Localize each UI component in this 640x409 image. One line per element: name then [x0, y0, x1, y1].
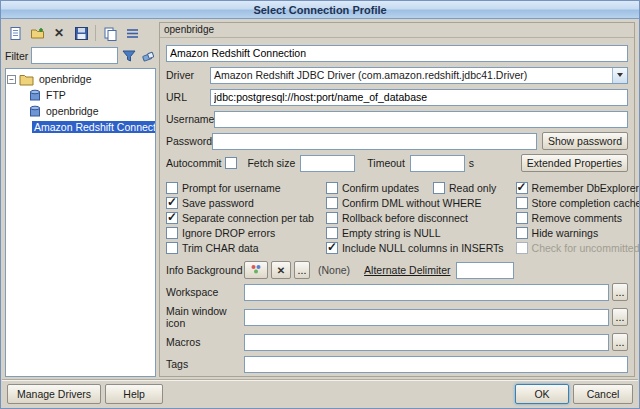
checkbox-box: [516, 227, 528, 239]
ok-button[interactable]: OK: [515, 384, 569, 404]
clear-filter-button[interactable]: [140, 48, 156, 64]
show-password-button[interactable]: Show password: [542, 132, 628, 150]
copy-profile-button[interactable]: [100, 23, 120, 43]
checkbox-include-null-columns-in-inserts[interactable]: Include NULL columns in INSERTs: [326, 240, 504, 255]
browse-icon-button[interactable]: ...: [612, 308, 628, 326]
workspace-input[interactable]: [244, 284, 609, 301]
tree-group-label: openbridge: [37, 73, 94, 85]
filter-menu-button[interactable]: [121, 48, 137, 64]
timeout-input[interactable]: [410, 155, 465, 172]
checkbox-prompt-for-username[interactable]: Prompt for username: [166, 180, 314, 195]
alternate-delimiter-input[interactable]: [456, 262, 514, 279]
checkbox-label: Confirm DML without WHERE: [342, 197, 482, 209]
checkbox-store-completion-cache-locally[interactable]: Store completion cache locally: [516, 195, 640, 210]
fetch-size-input[interactable]: [300, 155, 355, 172]
window-title: Select Connection Profile: [253, 4, 386, 16]
url-label: URL: [166, 91, 210, 103]
password-label: Password: [166, 135, 212, 147]
checkbox-empty-string-is-null[interactable]: Empty string is NULL: [326, 225, 504, 240]
new-profile-button[interactable]: [5, 23, 25, 43]
checkbox-label: Separate connection per tab: [182, 212, 314, 224]
checkbox-rollback-before-disconnect[interactable]: Rollback before disconnect: [326, 210, 504, 225]
info-background-row: Info Background ✕ ... (None) Alternate D…: [166, 261, 628, 279]
help-button[interactable]: Help: [105, 384, 163, 404]
clear-filter-icon: [141, 49, 155, 63]
tree-item-amazon-redshift-connection[interactable]: Amazon Redshift Connection: [7, 119, 154, 135]
checkbox-remove-comments[interactable]: Remove comments: [516, 210, 640, 225]
chevron-down-icon: [617, 73, 623, 77]
profile-tree[interactable]: − openbridge FTP openbridge: [5, 68, 156, 377]
checkbox-confirm-updates[interactable]: Confirm updates: [326, 180, 419, 195]
clear-color-button[interactable]: ✕: [271, 261, 291, 279]
collapse-icon[interactable]: −: [7, 75, 16, 84]
checkbox-label: Remember DbExplorer Schema: [532, 182, 640, 194]
checkbox-box: [516, 212, 528, 224]
checkbox-read-only[interactable]: Read only: [433, 180, 496, 195]
checkbox-label: Read only: [449, 182, 496, 194]
save-profiles-button[interactable]: [71, 23, 91, 43]
filter-label: Filter: [5, 50, 28, 62]
manage-drivers-button[interactable]: Manage Drivers: [7, 384, 101, 404]
checkbox-trim-char-data[interactable]: Trim CHAR data: [166, 240, 314, 255]
new-folder-icon: [30, 26, 45, 41]
tags-label: Tags: [166, 358, 244, 370]
checkbox-box: [326, 182, 338, 194]
checkbox-label: Check for uncommitted changes: [532, 242, 640, 254]
profile-list-panel: ✕: [5, 22, 156, 377]
main-window-icon-input[interactable]: [244, 309, 609, 326]
checkbox-check-for-uncommitted-changes: Check for uncommitted changes: [516, 240, 640, 255]
info-background-swatch-button[interactable]: [244, 261, 268, 279]
checkbox-box: [516, 197, 528, 209]
checkbox-box: [433, 182, 445, 194]
checkbox-label: Remove comments: [532, 212, 622, 224]
password-input[interactable]: [212, 133, 537, 150]
tree-item-openbridge[interactable]: openbridge: [7, 103, 154, 119]
tree-item-ftp[interactable]: FTP: [7, 87, 154, 103]
checkbox-box: [326, 242, 338, 254]
url-input[interactable]: [210, 89, 628, 106]
checkbox-label: Hide warnings: [532, 227, 599, 239]
save-icon: [74, 26, 89, 41]
autocommit-checkbox[interactable]: [225, 157, 237, 169]
tree-item-label: openbridge: [44, 105, 101, 117]
checkbox-save-password[interactable]: Save password: [166, 195, 314, 210]
filter-icon: [122, 49, 136, 63]
select-connection-profile-dialog: Select Connection Profile ✕: [0, 0, 640, 409]
checkbox-separate-connection-per-tab[interactable]: Separate connection per tab: [166, 210, 314, 225]
choose-color-button[interactable]: ...: [294, 261, 310, 279]
macros-label: Macros: [166, 336, 244, 348]
checkbox-remember-dbexplorer-schema[interactable]: Remember DbExplorer Schema: [516, 180, 640, 195]
filter-input[interactable]: [31, 47, 118, 64]
driver-dropdown-button[interactable]: [612, 68, 627, 83]
checkbox-label: Prompt for username: [182, 182, 281, 194]
alternate-delimiter-label[interactable]: Alternate Delimiter: [364, 264, 450, 276]
expand-groups-button[interactable]: [122, 23, 142, 43]
cancel-button[interactable]: Cancel: [573, 384, 633, 404]
username-input[interactable]: [214, 111, 628, 128]
main-window-icon-label: Main window icon: [166, 305, 244, 329]
info-background-value: (None): [318, 264, 350, 276]
checkbox-hide-warnings[interactable]: Hide warnings: [516, 225, 640, 240]
driver-select[interactable]: Amazon Redshift JDBC Driver (com.amazon.…: [210, 67, 628, 84]
macros-input[interactable]: [244, 334, 609, 351]
tags-input[interactable]: [244, 356, 628, 373]
profile-group-title: openbridge: [160, 23, 634, 38]
tree-group-openbridge[interactable]: − openbridge: [7, 71, 154, 87]
checkbox-label: Save password: [182, 197, 254, 209]
workspace-label: Workspace: [166, 286, 244, 298]
checkbox-label: Empty string is NULL: [342, 227, 441, 239]
username-label: Username: [166, 113, 214, 125]
new-folder-button[interactable]: [27, 23, 47, 43]
delete-profile-button[interactable]: ✕: [49, 23, 69, 43]
filter-row: Filter: [5, 45, 156, 66]
checkbox-confirm-dml-without-where[interactable]: Confirm DML without WHERE: [326, 195, 504, 210]
checkbox-ignore-drop-errors[interactable]: Ignore DROP errors: [166, 225, 314, 240]
extended-properties-button[interactable]: Extended Properties: [521, 154, 628, 172]
browse-workspace-button[interactable]: ...: [612, 283, 628, 301]
profile-name-input[interactable]: [166, 45, 628, 62]
browse-macros-button[interactable]: ...: [612, 333, 628, 351]
new-profile-icon: [8, 26, 23, 41]
checkbox-label: Include NULL columns in INSERTs: [342, 242, 504, 254]
title-bar[interactable]: Select Connection Profile: [1, 1, 639, 19]
checkbox-box: [166, 242, 178, 254]
